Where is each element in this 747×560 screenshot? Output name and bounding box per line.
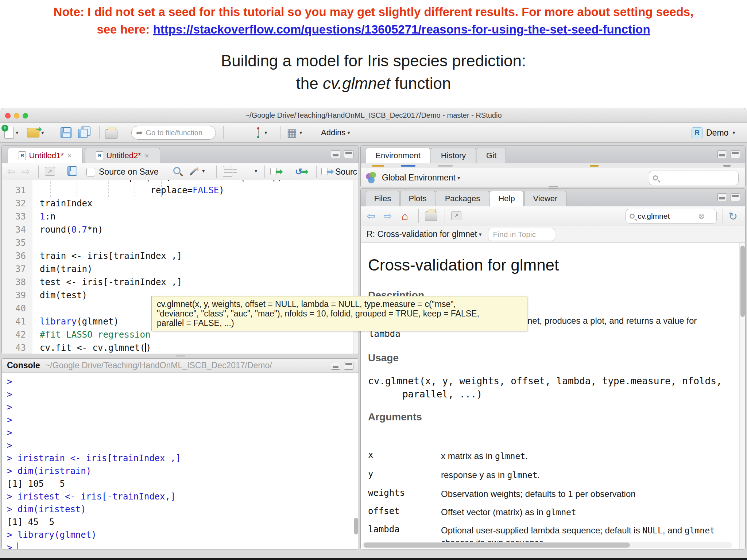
environment-scope-label[interactable]: Global Environment	[382, 173, 456, 183]
compile-notebook-button[interactable]: —————————	[223, 166, 232, 177]
chevron-down-icon: ▾	[479, 231, 482, 238]
minimize-pane-icon[interactable]	[331, 150, 340, 158]
tab-untitled2[interactable]: R Untitled2* ×	[85, 148, 160, 163]
print-button[interactable]	[105, 127, 117, 141]
console-header[interactable]: Console ~/Google Drive/Teaching/HandOnML…	[2, 359, 359, 373]
tab-environment[interactable]: Environment	[366, 148, 430, 163]
code-tools-button[interactable]: ✳ ▾	[189, 166, 205, 176]
help-search-box[interactable]: ⊗	[626, 209, 717, 223]
notebook-icon: —————————	[223, 166, 232, 177]
help-forward-button[interactable]: ⇨	[383, 210, 392, 222]
horizontal-splitter-handle[interactable]	[176, 355, 185, 357]
nav-back-button[interactable]: ⇦	[7, 166, 15, 178]
help-back-button[interactable]: ⇦	[367, 210, 375, 222]
close-icon[interactable]: ×	[67, 152, 72, 160]
maximize-pane-icon[interactable]	[731, 150, 740, 158]
toolbar-separator	[167, 166, 167, 178]
project-menu-button[interactable]: R Demo ▾	[692, 126, 735, 140]
close-icon[interactable]: ×	[145, 152, 149, 160]
help-horizontal-scrollbar[interactable]	[362, 542, 732, 548]
clipped-icon	[590, 165, 599, 167]
help-home-button[interactable]: ⌂	[402, 210, 408, 222]
tab-viewer[interactable]: Viewer	[524, 191, 566, 206]
addins-button[interactable]: Addins ▾	[321, 126, 350, 140]
help-content[interactable]: Cross-validation for glmnet Description …	[361, 243, 739, 549]
help-topic-label[interactable]: R: Cross-validation for glmnet	[367, 229, 477, 239]
nav-forward-button[interactable]: ⇨	[22, 166, 30, 178]
clear-search-icon[interactable]: ⊗	[698, 211, 705, 221]
help-refresh-button[interactable]: ↻	[728, 210, 738, 223]
new-file-button[interactable]: + ▾	[4, 126, 19, 140]
help-print-button[interactable]	[425, 211, 437, 221]
version-control-button[interactable]: ▾	[254, 126, 267, 140]
checkbox-icon[interactable]	[86, 168, 95, 176]
save-button[interactable]	[61, 126, 71, 140]
project-cube-icon: R	[692, 127, 703, 138]
maximize-pane-icon[interactable]	[344, 150, 353, 158]
console-scrollbar-thumb[interactable]	[354, 518, 358, 534]
find-replace-button[interactable]	[173, 167, 181, 174]
open-in-new-window-button[interactable]: ↗	[45, 167, 55, 176]
source-run-icon: ➡	[321, 167, 334, 177]
print-icon	[105, 129, 117, 139]
function-signature-tooltip: cv.glmnet(x, y, weights, offset = NULL, …	[151, 296, 527, 331]
find-in-topic-box[interactable]	[488, 228, 555, 241]
find-in-topic-input[interactable]	[493, 230, 547, 239]
argument-row-weights: weights Observation weights; defaults to…	[368, 488, 736, 500]
console-line: > dim(iristrain)	[7, 465, 359, 478]
source-on-save-checkbox[interactable]: Source on Save	[86, 167, 159, 177]
stackoverflow-link[interactable]: https://stackoverflow.com/questions/1360…	[153, 23, 650, 36]
minimize-pane-icon[interactable]	[717, 150, 727, 158]
goto-file-function-box[interactable]: ➦	[131, 126, 216, 140]
usage-code-line2: parallel, ...)	[368, 389, 482, 400]
minimize-pane-icon[interactable]	[717, 193, 727, 201]
console-line: >	[7, 401, 359, 414]
help-document: Cross-validation for glmnet Description …	[361, 243, 739, 549]
tab-plots[interactable]: Plots	[400, 191, 435, 206]
tab-help[interactable]: Help	[490, 191, 523, 206]
help-vertical-scrollbar-thumb[interactable]	[740, 246, 745, 317]
tab-packages[interactable]: Packages	[436, 191, 489, 206]
goto-file-function-input[interactable]	[146, 129, 208, 137]
source-tabbar: R Untitled1* × R Untitled2* ×	[2, 146, 359, 163]
help-horizontal-scrollbar-thumb[interactable]	[364, 542, 630, 548]
argument-row-x: x x matrix as in glmnet.	[368, 450, 736, 462]
magic-wand-icon: ✳	[189, 166, 200, 176]
help-popout-button[interactable]: ↗	[451, 211, 461, 220]
open-file-button[interactable]: ➜ ▾	[27, 126, 44, 140]
maximize-pane-icon[interactable]	[731, 193, 740, 201]
indent-guide	[77, 180, 77, 197]
console-body[interactable]: > > > > > > > iristrain <- iris[trainInd…	[2, 373, 359, 549]
tab-files[interactable]: Files	[366, 191, 399, 206]
forward-arrow-icon: ⇨	[383, 210, 392, 222]
maximize-pane-icon[interactable]	[344, 362, 353, 370]
tab-untitled1[interactable]: R Untitled1* ×	[8, 148, 83, 163]
console-prompt-line[interactable]: >	[7, 541, 359, 549]
window-title: ~/Google Drive/Teaching/HandOnML_ISCB_De…	[0, 111, 747, 120]
tab-git[interactable]: Git	[477, 148, 506, 163]
rerun-button[interactable]: ↺➡	[295, 167, 308, 177]
workspace-panes-button[interactable]: ▦ ▾	[287, 126, 302, 140]
slide-header: Note: I did not set a seed for this tuto…	[0, 0, 747, 108]
back-arrow-icon: ⇦	[7, 166, 15, 178]
source-button[interactable]: ➡ Sourc	[321, 167, 357, 177]
help-vertical-scrollbar[interactable]	[739, 243, 745, 549]
indent-guide	[108, 180, 109, 197]
console-line: >	[7, 414, 359, 427]
knit-options-button[interactable]: ▾	[253, 168, 258, 174]
environment-search-input[interactable]	[661, 174, 705, 182]
console-line: >	[7, 376, 359, 388]
save-source-button[interactable]	[67, 166, 77, 176]
run-button[interactable]: ➡	[270, 167, 283, 177]
help-toolbar: ⇦ ⇨ ⌂ ↗ ⊗ ↻	[361, 206, 745, 226]
help-search-input[interactable]	[638, 212, 696, 221]
save-all-button[interactable]	[78, 126, 93, 140]
chevron-down-icon: ▾	[732, 129, 735, 136]
window-titlebar[interactable]: ~/Google Drive/Teaching/HandOnML_ISCB_De…	[0, 108, 747, 123]
toolbar-separator	[223, 126, 224, 139]
tab-history[interactable]: History	[431, 148, 476, 163]
environment-search-box[interactable]	[649, 171, 739, 185]
slide-title-line2: the cv.glmnet function	[0, 74, 747, 93]
chevron-down-icon: ▾	[457, 175, 460, 181]
minimize-pane-icon[interactable]	[331, 362, 340, 370]
